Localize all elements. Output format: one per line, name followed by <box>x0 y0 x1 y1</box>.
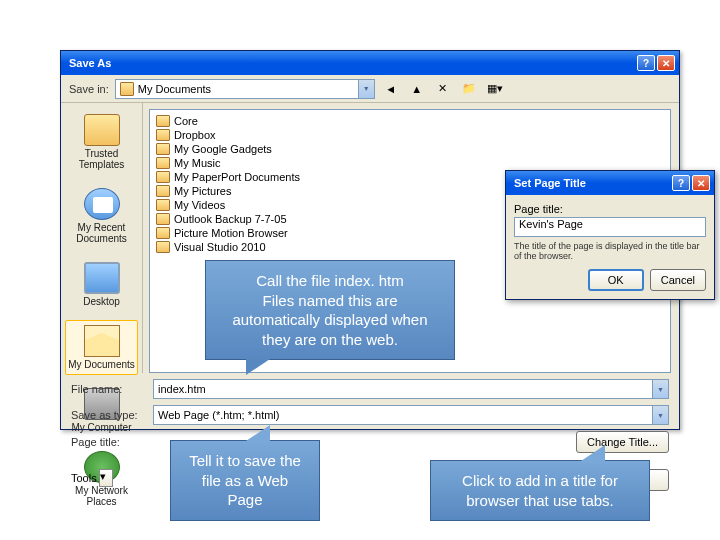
folder-icon <box>120 82 134 96</box>
place-recent-documents[interactable]: My Recent Documents <box>65 183 138 249</box>
help-button[interactable]: ? <box>637 55 655 71</box>
pagetitle-label: Page title: <box>71 436 143 448</box>
callout-filename: Call the file index. htm Files named thi… <box>205 260 455 360</box>
tools-dropdown[interactable]: Tools ▾ <box>71 469 113 487</box>
folder-icon <box>156 185 170 197</box>
new-folder-button[interactable]: 📁 <box>459 79 479 99</box>
dialog-title: Save As <box>69 57 637 69</box>
folder-icon <box>156 171 170 183</box>
desktop-icon <box>84 262 120 294</box>
up-button[interactable]: ▲ <box>407 79 427 99</box>
back-button[interactable]: ◄ <box>381 79 401 99</box>
pagetitle-input[interactable]: Kevin's Page <box>514 217 706 237</box>
sub-titlebar: Set Page Title ? ✕ <box>506 171 714 195</box>
folder-icon <box>84 114 120 146</box>
folder-icon <box>156 241 170 253</box>
savein-value: My Documents <box>138 83 211 95</box>
places-bar: Trusted Templates My Recent Documents De… <box>61 103 143 373</box>
folder-icon <box>156 213 170 225</box>
saveastype-label: Save as type: <box>71 409 143 421</box>
set-page-title-dialog: Set Page Title ? ✕ Page title: Kevin's P… <box>505 170 715 300</box>
close-button[interactable]: ✕ <box>657 55 675 71</box>
callout-saveastype: Tell it to save the file as a Web Page <box>170 440 320 521</box>
filename-label: File name: <box>71 383 143 395</box>
cancel-button[interactable]: Cancel <box>650 269 706 291</box>
views-button[interactable]: ▦▾ <box>485 79 505 99</box>
folder-icon <box>156 143 170 155</box>
list-item[interactable]: Dropbox <box>154 128 666 142</box>
chevron-down-icon <box>652 406 668 424</box>
titlebar: Save As ? ✕ <box>61 51 679 75</box>
filename-input[interactable]: index.htm <box>153 379 669 399</box>
folder-icon <box>156 157 170 169</box>
folder-icon <box>156 115 170 127</box>
documents-icon <box>84 325 120 357</box>
savein-dropdown[interactable]: My Documents <box>115 79 375 99</box>
place-trusted-templates[interactable]: Trusted Templates <box>65 109 138 175</box>
place-my-documents[interactable]: My Documents <box>65 320 138 375</box>
close-button[interactable]: ✕ <box>692 175 710 191</box>
help-button[interactable]: ? <box>672 175 690 191</box>
list-item[interactable]: My Google Gadgets <box>154 142 666 156</box>
chevron-down-icon <box>358 80 374 98</box>
folder-icon <box>156 227 170 239</box>
folder-icon <box>156 199 170 211</box>
recent-icon <box>84 188 120 220</box>
pagetitle-field-label: Page title: <box>514 203 706 215</box>
list-item[interactable]: Core <box>154 114 666 128</box>
ok-button[interactable]: OK <box>588 269 644 291</box>
saveastype-dropdown[interactable]: Web Page (*.htm; *.html) <box>153 405 669 425</box>
callout-changetitle: Click to add in a title for browser that… <box>430 460 650 521</box>
place-desktop[interactable]: Desktop <box>65 257 138 312</box>
savein-label: Save in: <box>69 83 109 95</box>
chevron-down-icon <box>652 380 668 398</box>
chevron-down-icon: ▾ <box>99 469 113 487</box>
folder-icon <box>156 129 170 141</box>
hint-text: The title of the page is displayed in th… <box>514 241 706 261</box>
savein-toolbar: Save in: My Documents ◄ ▲ ✕ 📁 ▦▾ <box>61 75 679 103</box>
list-item[interactable]: My Music <box>154 156 666 170</box>
sub-dialog-title: Set Page Title <box>514 177 672 189</box>
delete-button[interactable]: ✕ <box>433 79 453 99</box>
